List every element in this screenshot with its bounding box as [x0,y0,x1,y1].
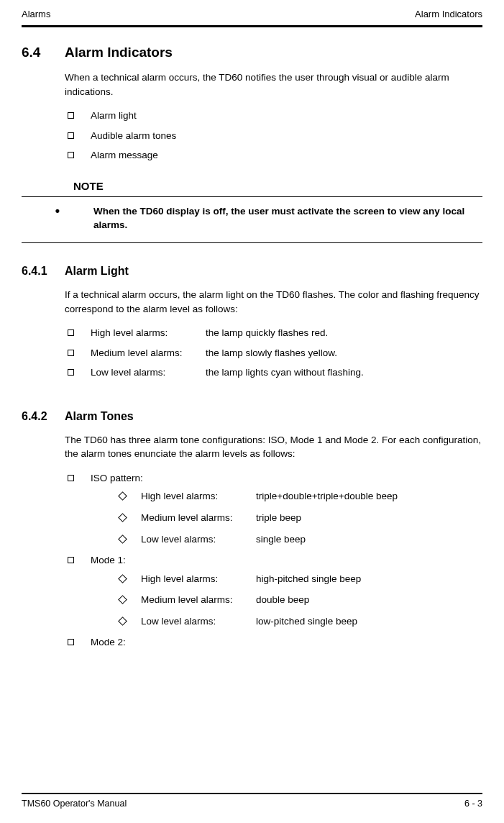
subsection-number: 6.4.2 [22,410,65,423]
section-6-4-1-heading: 6.4.1 Alarm Light [22,265,482,278]
list-item: Audible alarm tones [65,129,482,143]
list-item: High level alarms: triple+double+triple+… [116,489,482,504]
list-item: High level alarms: high-pitched single b… [116,572,482,586]
level-desc: low-pitched single beep [256,614,482,629]
level-desc: triple+double+triple+double beep [256,489,482,504]
list-item: Medium level alarms: triple beep [116,511,482,525]
level-label: Medium level alarms: [141,511,256,525]
note-bullet: • [22,204,93,217]
level-label: Low level alarms: [141,532,256,547]
level-desc: high-pitched single beep [256,572,482,586]
list-item: Medium level alarms: the lamp slowly fla… [65,346,482,360]
tone-group-mode2: Mode 2: [65,635,482,650]
section-6-4-heading: 6.4 Alarm Indicators [22,45,482,60]
level-label: High level alarms: [141,572,256,586]
list-item: Low level alarms: low-pitched single bee… [116,614,482,629]
alarm-tones-list: ISO pattern: High level alarms: triple+d… [65,471,482,650]
level-desc: the lamp lights cyan without flashing. [206,365,482,380]
level-label: High level alarms: [141,489,256,504]
subsection-number: 6.4.1 [22,265,65,278]
section-6-4-list: Alarm light Audible alarm tones Alarm me… [65,109,482,163]
tone-sublist: High level alarms: triple+double+triple+… [116,489,482,546]
list-item: Low level alarms: single beep [116,532,482,547]
footer-left: TMS60 Operator's Manual [22,799,127,809]
subsection-title: Alarm Light [65,265,129,278]
level-label: Medium level alarms: [141,593,256,607]
level-label: High level alarms: [91,326,206,340]
tone-group-mode1: Mode 1: High level alarms: high-pitched … [65,553,482,628]
section-number: 6.4 [22,45,65,60]
list-item: Alarm message [65,148,482,163]
list-item: Low level alarms: the lamp lights cyan w… [65,365,482,380]
note-label: NOTE [73,180,482,192]
level-desc: double beep [256,593,482,607]
level-label: Low level alarms: [91,365,206,380]
header-left: Alarms [22,9,50,19]
group-name: Mode 2: [91,637,126,647]
section-6-4-intro: When a technical alarm occurs, the TD60 … [65,71,482,99]
section-title: Alarm Indicators [65,45,173,60]
level-label: Medium level alarms: [91,346,206,360]
page-header: Alarms Alarm Indicators [22,9,482,19]
note-block: NOTE • When the TD60 display is off, the… [22,180,482,243]
level-desc: the lamp slowly flashes yellow. [206,346,482,360]
header-right: Alarm Indicators [415,9,482,19]
section-6-4-2-intro: The TD60 has three alarm tone configurat… [65,433,482,461]
section-6-4-1-intro: If a technical alarm occurs, the alarm l… [65,288,482,316]
level-desc: triple beep [256,511,482,525]
header-rule [22,25,482,27]
footer-right: 6 - 3 [464,799,482,809]
group-name: ISO pattern: [91,473,143,483]
tone-group-iso: ISO pattern: High level alarms: triple+d… [65,471,482,546]
section-6-4-2-heading: 6.4.2 Alarm Tones [22,410,482,423]
subsection-title: Alarm Tones [65,410,134,423]
list-item: Medium level alarms: double beep [116,593,482,607]
note-rule-bottom [22,242,482,243]
note-text: When the TD60 display is off, the user m… [93,204,482,232]
level-label: Low level alarms: [141,614,256,629]
tone-sublist: High level alarms: high-pitched single b… [116,572,482,629]
level-desc: the lamp quickly flashes red. [206,326,482,340]
alarm-light-list: High level alarms: the lamp quickly flas… [65,326,482,380]
list-item: High level alarms: the lamp quickly flas… [65,326,482,340]
list-item: Alarm light [65,109,482,123]
group-name: Mode 1: [91,555,126,565]
page-footer: TMS60 Operator's Manual 6 - 3 [22,799,482,809]
level-desc: single beep [256,532,482,547]
footer-rule [22,793,482,794]
